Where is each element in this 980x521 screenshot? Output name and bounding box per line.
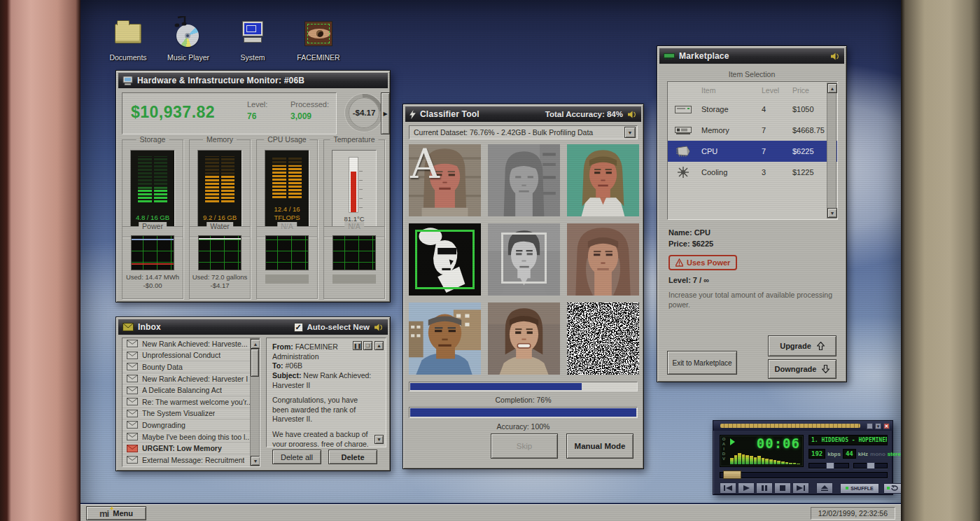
desktop-icon-system[interactable]: System [226, 18, 279, 62]
scroll-down-button[interactable]: ▼ [251, 456, 260, 466]
seek-handle[interactable] [723, 471, 741, 479]
icon-label: Music Player [162, 53, 215, 62]
delete-all-button[interactable]: Delete all [272, 450, 321, 464]
face-grid: A [409, 144, 639, 375]
minimize-button[interactable]: _ [867, 423, 873, 429]
mail-item-urgent[interactable]: URGENT: Low Memory [122, 443, 260, 454]
face-tile-5[interactable] [488, 223, 560, 296]
exit-marketplace-button[interactable]: Exit to Marketplace [667, 351, 737, 375]
seek-bar[interactable] [720, 472, 888, 478]
processed-value: 3,009 [290, 111, 329, 121]
desktop-icon-faceminer[interactable]: FACEMINER [292, 18, 345, 62]
pause-button[interactable] [756, 482, 773, 494]
mail-list-scrollbar[interactable]: ▲ ▼ [250, 338, 260, 466]
loop-icon [891, 485, 899, 491]
message-scroll-up-button[interactable]: ▲ [374, 341, 384, 350]
thermometer: 81.1°C [332, 150, 377, 227]
computer-icon [241, 21, 265, 46]
scroll-up-button[interactable]: ▲ [827, 83, 837, 93]
face-tile-8[interactable] [488, 303, 560, 375]
shade-button[interactable]: ▾ [875, 423, 881, 429]
item-row-cooling[interactable]: Cooling 3 $1225 [668, 162, 837, 183]
mail-icon [127, 398, 138, 405]
mail-icon [127, 340, 138, 347]
mail-icon [127, 433, 138, 440]
face-tile-7[interactable] [409, 303, 481, 375]
mail-item[interactable]: A Delicate Balancing Act [122, 384, 260, 396]
letter-a-overlay: A [410, 144, 440, 188]
titlebar[interactable]: Hardware & Infrastructure Monitor: #06B [118, 73, 388, 88]
mail-item[interactable]: New Rank Achieved: Harvester I [122, 373, 260, 385]
player-titlebar[interactable]: _ ▾ ✕ [713, 421, 892, 431]
shuffle-button[interactable]: SHUFFLE [840, 483, 879, 494]
desktop-icon-music-player[interactable]: Music Player [162, 18, 215, 62]
menu-button[interactable]: mi✦ Menu [86, 506, 146, 520]
delete-button[interactable]: Delete [328, 450, 377, 464]
item-details: Name: CPU Price: $6225 Uses Power Level:… [668, 228, 835, 310]
titlebar[interactable]: Inbox ✓ Auto-select New [118, 319, 388, 335]
speaker-icon[interactable] [627, 111, 637, 118]
face-tile-2[interactable] [488, 144, 560, 216]
mail-item[interactable]: Bounty Data [122, 361, 260, 373]
face-tile-1[interactable]: A [409, 144, 481, 216]
mail-item[interactable]: Downgrading [122, 419, 260, 431]
scroll-thumb[interactable] [251, 349, 259, 377]
clutterbar[interactable]: OAIDV [720, 436, 727, 466]
titlebar[interactable]: Marketplace [659, 48, 844, 64]
taskbar-clock: 12/02/1999, 22:32:56 [811, 507, 895, 520]
balance-slider[interactable] [853, 463, 888, 468]
item-row-storage[interactable]: Storage 4 $1050 [668, 99, 837, 120]
face-tile-3[interactable] [567, 144, 639, 216]
expand-arrow-button[interactable]: ▶ [381, 92, 390, 134]
mail-item[interactable]: Re: The warmest welcome you'r... [122, 396, 260, 408]
speaker-icon[interactable] [830, 53, 840, 60]
mail-item[interactable]: New Rank Achieved: Harveste... [122, 338, 260, 350]
noise-tile[interactable] [567, 303, 639, 375]
autoselect-checkbox[interactable]: ✓ [294, 323, 303, 332]
face-tile-6[interactable] [567, 223, 639, 296]
item-list-scrollbar[interactable]: ▲ ▼ [827, 83, 836, 218]
manual-mode-button[interactable]: Manual Mode [566, 433, 634, 459]
popout-button[interactable]: ❏ [363, 341, 372, 350]
face-tile-4[interactable] [409, 223, 481, 296]
desktop-icon-documents[interactable]: Documents [102, 18, 155, 62]
bitrate-value: 192 [808, 449, 825, 459]
eject-button[interactable] [816, 482, 833, 494]
speaker-icon[interactable] [374, 324, 384, 331]
titlebar[interactable]: Classifier Tool Total Accuracy: 84% [405, 106, 641, 122]
close-icon[interactable]: ✕ [883, 423, 890, 429]
message-scroll-down-button[interactable]: ▼ [374, 435, 384, 444]
accuracy-bar [409, 407, 638, 418]
skip-button[interactable]: Skip [491, 433, 558, 459]
rate-gauge: -$4.17 [345, 94, 383, 132]
repeat-button[interactable] [883, 483, 901, 494]
dataset-dropdown[interactable]: Current Dataset: 76.76% - 2.42GB - Bulk … [409, 125, 638, 139]
na-graph [265, 235, 309, 270]
item-row-memory[interactable]: Memory 7 $4668.75 [668, 120, 837, 141]
item-selection-label: Item Selection [657, 70, 846, 78]
previous-button[interactable] [720, 482, 736, 494]
mail-item[interactable]: Maybe I've been doing this too l... [122, 431, 260, 443]
item-row-cpu-selected[interactable]: CPU 7 $6225 [668, 141, 837, 162]
next-button[interactable] [792, 482, 809, 494]
list-header: Item Level Price [668, 82, 837, 99]
scroll-down-button[interactable]: ▼ [827, 208, 837, 218]
play-button[interactable] [738, 482, 755, 494]
mail-item[interactable]: External Message: Recruitment [122, 454, 260, 466]
balance-value: $10,937.82 [131, 103, 215, 122]
item-list: Item Level Price Storage 4 $1050 [667, 81, 838, 220]
to-label: To: [272, 361, 284, 370]
stop-button[interactable] [774, 482, 791, 494]
total-accuracy: Total Accuracy: 84% [545, 110, 623, 118]
volume-slider[interactable] [808, 463, 849, 468]
mail-item[interactable]: Unprofessional Conduct [122, 350, 260, 362]
chevron-down-icon[interactable]: ▼ [624, 127, 636, 138]
upgrade-button[interactable]: Upgrade [768, 335, 836, 356]
meter-power: Power Used: 14.47 MWh -$0.00 [122, 226, 183, 299]
item-level: Level: 7 / ∞ [668, 276, 835, 284]
pause-button[interactable]: ❚❚ [353, 341, 362, 350]
window-title: Hardware & Infrastructure Monitor: #06B [137, 76, 304, 85]
mail-item[interactable]: The System Visualizer [122, 408, 260, 420]
downgrade-button[interactable]: Downgrade [768, 359, 836, 379]
scroll-up-button[interactable]: ▲ [251, 339, 260, 349]
